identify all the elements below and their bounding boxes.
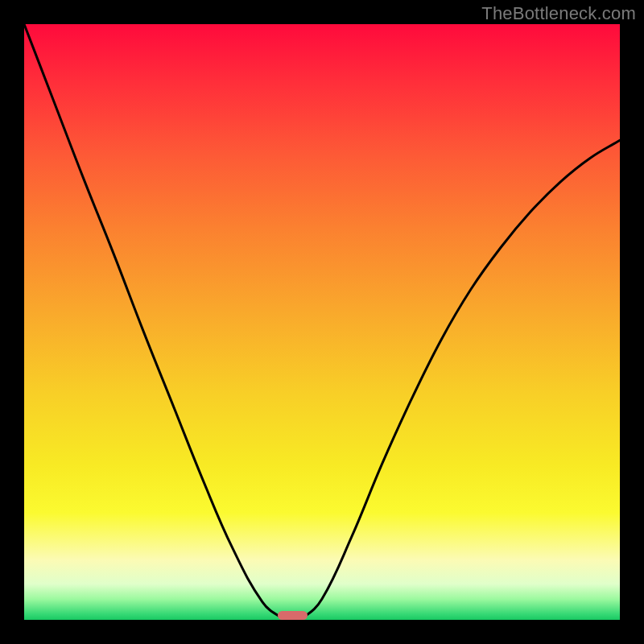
minimum-marker (278, 611, 308, 620)
bottleneck-curve (24, 24, 620, 620)
curve-svg (24, 24, 620, 620)
chart-frame: TheBottleneck.com (0, 0, 644, 644)
plot-area (24, 24, 620, 620)
watermark-text: TheBottleneck.com (481, 3, 636, 24)
